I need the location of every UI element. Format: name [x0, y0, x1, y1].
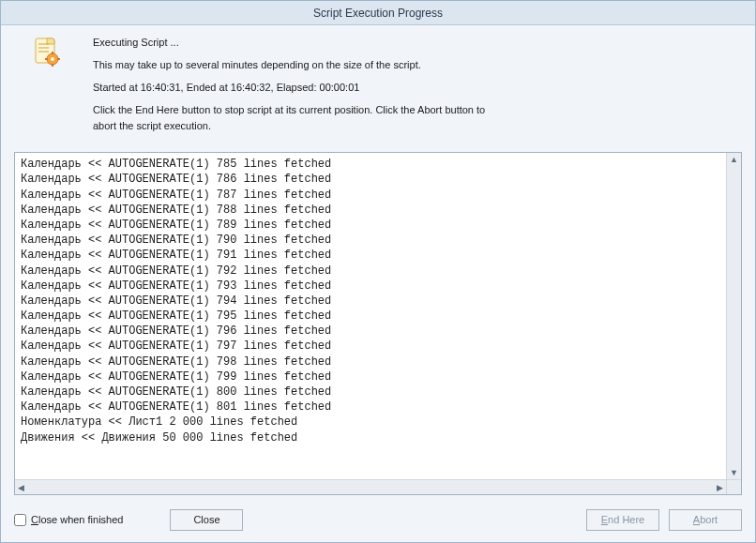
log-viewport[interactable]: Календарь << AUTOGENERATE(1) 785 lines f…: [15, 153, 726, 479]
end-here-button[interactable]: End Here: [586, 509, 659, 531]
horizontal-scrollbar[interactable]: ◀ ▶: [15, 479, 726, 494]
abort-label: Abort: [693, 514, 718, 525]
close-button-label: Close: [193, 514, 219, 525]
svg-rect-9: [57, 58, 60, 60]
title-bar: Script Execution Progress: [1, 1, 755, 25]
scrollbar-corner: [726, 479, 741, 494]
end-here-label: End Here: [601, 514, 644, 525]
close-when-finished-checkbox[interactable]: Close when finished: [14, 514, 123, 526]
scroll-right-icon[interactable]: ▶: [714, 481, 726, 494]
message-column: Executing Script ... This may take up to…: [93, 35, 742, 141]
scroll-left-icon[interactable]: ◀: [15, 481, 27, 494]
instruction-label: Click the End Here button to stop script…: [93, 102, 506, 134]
vertical-scrollbar[interactable]: ▲ ▼: [726, 153, 741, 479]
svg-rect-8: [45, 58, 48, 60]
scroll-down-icon[interactable]: ▼: [727, 466, 741, 479]
close-when-finished-label: Close when finished: [31, 514, 123, 525]
log-panel: Календарь << AUTOGENERATE(1) 785 lines f…: [14, 152, 742, 495]
note-label: This may take up to several minutes depe…: [93, 57, 742, 73]
script-icon: [32, 37, 62, 141]
svg-rect-7: [52, 64, 53, 67]
svg-rect-6: [52, 52, 53, 54]
button-row: Close when finished Close End Here Abort: [14, 506, 742, 533]
abort-button[interactable]: Abort: [669, 509, 742, 531]
close-when-finished-input[interactable]: [14, 514, 26, 526]
title-text: Script Execution Progress: [313, 7, 443, 20]
dialog-body: Executing Script ... This may take up to…: [1, 25, 755, 542]
info-row: Executing Script ... This may take up to…: [14, 35, 742, 141]
scroll-up-icon[interactable]: ▲: [727, 153, 741, 166]
executing-label: Executing Script ...: [93, 35, 742, 51]
timing-label: Started at 16:40:31, Ended at 16:40:32, …: [93, 80, 742, 96]
close-button[interactable]: Close: [170, 509, 243, 531]
dialog-window: Script Execution Progress: [0, 0, 756, 543]
icon-column: [14, 35, 80, 141]
svg-point-5: [51, 57, 54, 61]
log-lines: Календарь << AUTOGENERATE(1) 785 lines f…: [15, 153, 726, 449]
